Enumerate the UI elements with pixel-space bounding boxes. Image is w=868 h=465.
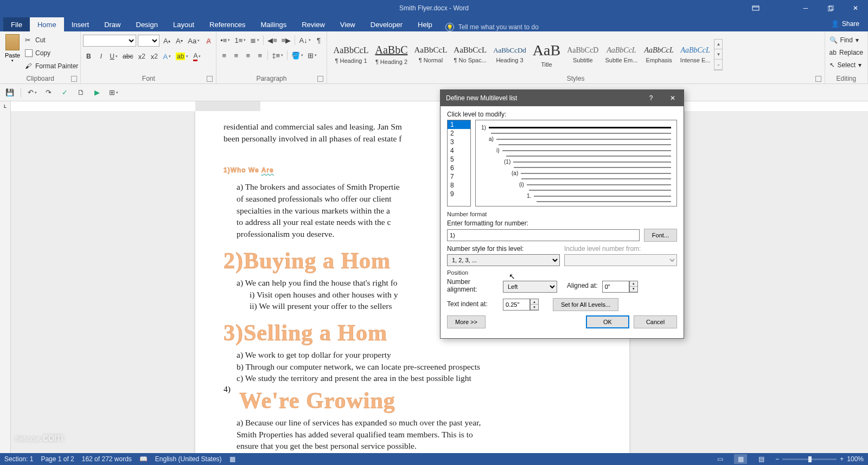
text-effects-button[interactable]: A (161, 51, 173, 62)
dialog-close-button[interactable]: ✕ (662, 90, 684, 106)
qat-new-button[interactable]: 🗋 (74, 86, 87, 99)
zoom-out-button[interactable]: − (775, 455, 779, 463)
tab-review[interactable]: Review (294, 17, 333, 31)
tab-references[interactable]: References (202, 17, 253, 31)
status-spell-icon[interactable]: 📖 (139, 455, 148, 463)
find-button[interactable]: 🔍Find ▾ (827, 34, 865, 46)
copy-button[interactable]: Copy (25, 48, 78, 59)
shrink-font-button[interactable]: A▾ (174, 35, 184, 46)
level-5[interactable]: 5 (448, 155, 470, 164)
qat-check-button[interactable]: ✓ (58, 86, 71, 99)
horizontal-ruler[interactable]: L (0, 101, 868, 111)
line-spacing-button[interactable]: ‡≡ (270, 50, 285, 61)
qat-form-button[interactable]: ⊞ (107, 86, 120, 99)
qat-undo-button[interactable]: ↶ (25, 86, 39, 99)
strikethrough-button[interactable]: abc (121, 51, 135, 62)
styles-launcher[interactable] (815, 76, 821, 82)
multilevel-button[interactable]: ≣ (248, 35, 261, 46)
subscript-button[interactable]: x2 (136, 51, 147, 62)
share-button[interactable]: 👤Share (827, 16, 864, 31)
paragraph-launcher[interactable] (317, 76, 323, 82)
level-7[interactable]: 7 (448, 172, 470, 181)
format-painter-button[interactable]: 🖌Format Painter (25, 61, 78, 72)
font-size-dropdown[interactable] (138, 35, 159, 47)
level-8[interactable]: 8 (448, 181, 470, 190)
zoom-in-button[interactable]: + (840, 455, 844, 463)
status-section[interactable]: Section: 1 (4, 455, 33, 463)
minimize-button[interactable]: ─ (793, 0, 818, 16)
vertical-ruler[interactable] (0, 111, 11, 453)
select-button[interactable]: ↖Select ▾ (827, 59, 865, 70)
style-subtle-em---[interactable]: AaBbCcLSubtle Em... (602, 39, 640, 70)
change-case-button[interactable]: Aa (186, 35, 201, 46)
maximize-button[interactable] (818, 0, 843, 16)
style-heading-3[interactable]: AaBbCcDdHeading 3 (490, 39, 529, 70)
dialog-help-button[interactable]: ? (640, 90, 662, 106)
style-intense-e---[interactable]: AaBbCcLIntense E... (678, 39, 713, 70)
tab-help[interactable]: Help (410, 17, 440, 31)
level-9[interactable]: 9 (448, 190, 470, 198)
number-format-input[interactable] (447, 229, 640, 241)
more-button[interactable]: More >> (447, 315, 486, 328)
tab-home[interactable]: Home (30, 17, 64, 31)
font-launcher[interactable] (207, 76, 213, 82)
tell-me-search[interactable]: 💡Tell me what you want to do (445, 23, 539, 31)
clear-formatting-button[interactable]: A̷ (203, 35, 214, 46)
qat-redo-button[interactable]: ↷ (42, 86, 55, 99)
cut-button[interactable]: ✂Cut (25, 35, 78, 46)
include-level-dropdown[interactable] (564, 254, 677, 266)
close-button[interactable]: ✕ (843, 0, 868, 16)
web-layout-button[interactable]: ▤ (755, 454, 768, 464)
style---normal[interactable]: AaBbCcL¶ Normal (411, 39, 450, 70)
level-listbox[interactable]: 123456789 (447, 120, 471, 206)
style---heading-2[interactable]: AaBbC¶ Heading 2 (372, 39, 410, 70)
text-indent-spinner[interactable]: ▲▼ (503, 299, 539, 311)
justify-button[interactable]: ≡ (254, 50, 265, 61)
cancel-button[interactable]: Cancel (634, 315, 677, 328)
qat-save-button[interactable]: 💾 (3, 86, 16, 99)
font-color-button[interactable]: A (192, 51, 202, 62)
numbering-button[interactable]: 1≡ (233, 35, 247, 46)
increase-indent-button[interactable]: ≡▶ (280, 35, 293, 46)
tab-draw[interactable]: Draw (97, 17, 128, 31)
italic-button[interactable]: I (95, 51, 106, 62)
sort-button[interactable]: A↓ (297, 35, 312, 46)
font-button[interactable]: Font... (644, 229, 677, 242)
dialog-title-bar[interactable]: Define new Multilevel list ? ✕ (441, 90, 684, 106)
style---no-spac---[interactable]: AaBbCcL¶ No Spac... (451, 39, 489, 70)
tab-insert[interactable]: Insert (64, 17, 97, 31)
decrease-indent-button[interactable]: ◀≡ (266, 35, 279, 46)
level-3[interactable]: 3 (448, 138, 470, 146)
zoom-percent[interactable]: 100% (847, 455, 864, 463)
status-page[interactable]: Page 1 of 2 (41, 455, 74, 463)
tab-view[interactable]: View (333, 17, 363, 31)
underline-button[interactable]: U (108, 51, 119, 62)
status-words[interactable]: 162 of 272 words (82, 455, 132, 463)
show-marks-button[interactable]: ¶ (314, 35, 324, 46)
set-all-levels-button[interactable]: Set for All Levels... (553, 298, 618, 311)
clipboard-launcher[interactable] (71, 76, 77, 82)
zoom-slider[interactable] (782, 458, 837, 460)
read-mode-button[interactable]: ▭ (713, 454, 726, 464)
shading-button[interactable]: 🪣 (290, 50, 305, 61)
font-name-dropdown[interactable] (83, 35, 136, 47)
grow-font-button[interactable]: A▴ (161, 35, 172, 46)
tab-layout[interactable]: Layout (165, 17, 202, 31)
level-1[interactable]: 1 (448, 120, 470, 129)
ok-button[interactable]: OK (586, 315, 629, 328)
align-right-button[interactable]: ≡ (242, 50, 253, 61)
superscript-button[interactable]: x2 (149, 51, 159, 62)
tab-design[interactable]: Design (129, 17, 165, 31)
align-left-button[interactable]: ≡ (219, 50, 229, 61)
print-layout-button[interactable]: ▦ (734, 454, 747, 464)
tab-file[interactable]: File (3, 17, 30, 31)
paste-button[interactable]: Paste ▾ (2, 33, 23, 75)
style-emphasis[interactable]: AaBbCcLEmphasis (641, 39, 676, 70)
replace-button[interactable]: abReplace (827, 47, 865, 58)
aligned-at-spinner[interactable]: ▲▼ (602, 281, 638, 293)
status-language[interactable]: English (United States) (155, 455, 222, 463)
borders-button[interactable]: ⊞ (306, 50, 318, 61)
bullets-button[interactable]: •≡ (219, 35, 232, 46)
level-6[interactable]: 6 (448, 164, 470, 172)
style---heading-1[interactable]: AaBbCcL¶ Heading 1 (331, 39, 372, 70)
